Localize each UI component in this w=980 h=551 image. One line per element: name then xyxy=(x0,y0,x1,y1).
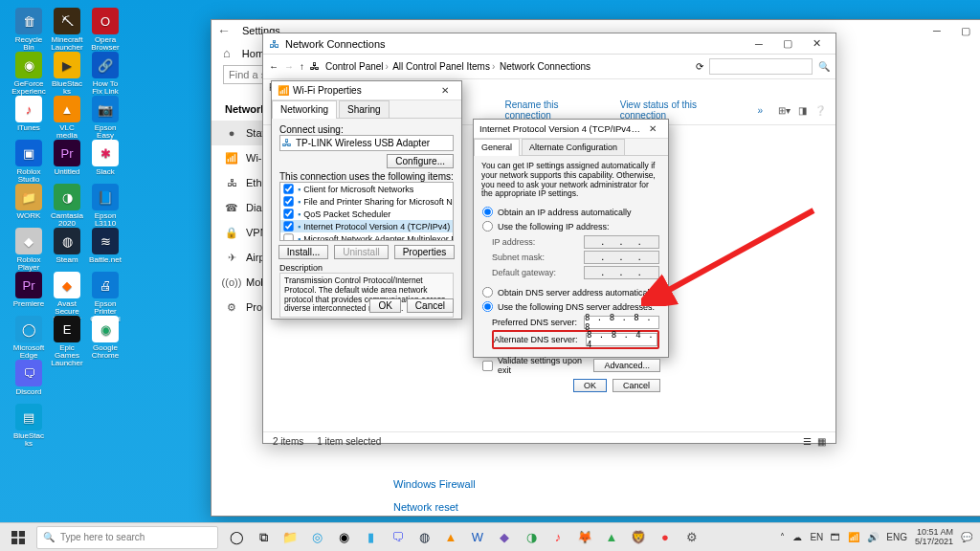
protocol-item[interactable]: ▪QoS Packet Scheduler xyxy=(280,208,453,220)
toolbar-link[interactable]: View status of this connection xyxy=(620,99,743,121)
radio-manual-dns[interactable]: Use the following DNS server addresses: xyxy=(481,299,660,314)
radio-auto-ip[interactable]: Obtain an IP address automatically xyxy=(481,205,660,219)
properties-button[interactable]: Properties xyxy=(394,245,456,259)
camtasia-icon[interactable]: ◑ xyxy=(519,525,544,550)
brave-icon[interactable]: 🦁 xyxy=(626,525,651,550)
desktop-icon[interactable]: ♪iTunes xyxy=(11,96,46,132)
netconn-titlebar[interactable]: 🖧 Network Connections ─ ▢ ✕ xyxy=(263,33,835,55)
task-view-icon[interactable]: ⧉ xyxy=(251,525,276,550)
desktop-icon[interactable]: PrUntitled xyxy=(50,140,84,176)
desktop-icon[interactable]: ▤BlueStacks xyxy=(11,404,46,448)
protocol-item[interactable]: ▪Internet Protocol Version 4 (TCP/IPv4) xyxy=(280,220,453,232)
tray-wifi-icon[interactable]: 📶 xyxy=(848,532,859,542)
back-icon[interactable]: ← xyxy=(217,23,231,38)
protocol-checkbox[interactable] xyxy=(283,196,293,206)
desktop-icon[interactable]: ◆Roblox Player xyxy=(11,228,46,272)
tab-alternate[interactable]: Alternate Configuration xyxy=(522,139,625,156)
toolbar-more[interactable]: » xyxy=(757,105,763,116)
tray-lang2[interactable]: ENG xyxy=(886,532,907,542)
tray-onedrive-icon[interactable]: ☁ xyxy=(792,532,802,542)
desktop-icon[interactable]: ▣Roblox Studio xyxy=(11,140,46,184)
tray-volume-icon[interactable]: 🔊 xyxy=(867,532,879,542)
discord-icon[interactable]: 🗨 xyxy=(385,525,410,550)
desktop-icon[interactable]: PrPremiere xyxy=(11,272,46,308)
close-icon[interactable]: ✕ xyxy=(643,121,662,137)
start-button[interactable] xyxy=(4,525,33,550)
close-icon[interactable]: ✕ xyxy=(803,35,830,53)
vscode-icon[interactable]: ▮ xyxy=(358,525,383,550)
protocol-checkbox[interactable] xyxy=(283,221,293,231)
desktop-icon[interactable]: ◍Steam xyxy=(50,228,84,264)
steam-icon[interactable]: ◍ xyxy=(412,525,436,550)
help-icon[interactable]: ❔ xyxy=(814,105,826,116)
tab-general[interactable]: General xyxy=(474,139,520,156)
taskbar-search[interactable]: 🔍 Type here to search xyxy=(36,526,218,549)
maximize-icon[interactable]: ▢ xyxy=(774,35,801,53)
toolbar-link[interactable]: Rename this connection xyxy=(504,99,604,121)
desktop-icon[interactable]: EEpic Games Launcher xyxy=(50,316,84,367)
minimize-icon[interactable]: ─ xyxy=(746,35,772,53)
taskbar[interactable]: 🔍 Type here to search ◯ ⧉ 📁 ◎ ◉ ▮ 🗨 ◍ ▲ … xyxy=(0,522,980,551)
adapter-field[interactable]: 🖧 TP-LINK Wireless USB Adapter xyxy=(279,135,454,151)
link-windows-firewall[interactable]: Windows Firewall xyxy=(393,473,980,496)
minimize-icon[interactable]: ─ xyxy=(924,22,950,39)
refresh-icon[interactable]: ⟳ xyxy=(696,61,703,72)
protocol-checkbox[interactable] xyxy=(283,233,293,241)
desktop-icon[interactable]: ◑Camtasia 2020 xyxy=(50,184,84,228)
tray-chevron-icon[interactable]: ˄ xyxy=(780,532,785,542)
edge-icon[interactable]: ◎ xyxy=(304,525,329,550)
close-icon[interactable]: ✕ xyxy=(434,83,456,99)
preferred-dns-field[interactable]: 8 . 8 . 8 . 8 xyxy=(584,316,659,329)
desktop-icon[interactable]: OOpera Browser xyxy=(88,8,122,52)
cancel-button[interactable]: Cancel xyxy=(612,379,660,392)
protocol-item[interactable]: ▪Microsoft Network Adapter Multiplexor P… xyxy=(280,232,453,241)
system-tray[interactable]: ˄ ☁ EN 🗔 📶 🔊 ENG 10:51 AM 5/17/2021 💬 xyxy=(780,528,976,547)
cortana-icon[interactable]: ◯ xyxy=(224,525,249,550)
validate-checkbox[interactable]: Validate settings upon exit xyxy=(481,356,593,375)
breadcrumb[interactable]: Control Panel› All Control Panel Items› … xyxy=(325,61,590,72)
ok-button[interactable]: OK xyxy=(369,298,400,313)
nav-up-icon[interactable]: ↑ xyxy=(300,61,304,72)
itunes-icon[interactable]: ♪ xyxy=(546,525,570,550)
alternate-dns-field[interactable]: 8 . 8 . 4 . 4 xyxy=(586,333,657,346)
protocol-checkbox[interactable] xyxy=(283,184,293,193)
tray-clock[interactable]: 10:51 AM 5/17/2021 xyxy=(915,528,953,547)
tab-networking[interactable]: Networking xyxy=(272,100,337,119)
radio-manual-ip[interactable]: Use the following IP address: xyxy=(481,219,660,233)
maximize-icon[interactable]: ▢ xyxy=(952,22,979,39)
protocol-checkbox[interactable] xyxy=(283,209,293,218)
explorer-search-input[interactable] xyxy=(709,58,813,75)
advanced-button[interactable]: Advanced... xyxy=(593,359,660,372)
install-button[interactable]: Install... xyxy=(278,245,328,259)
word-icon[interactable]: W xyxy=(465,525,490,550)
nav-back-icon[interactable]: ← xyxy=(269,61,278,72)
nav-forward-icon[interactable]: → xyxy=(284,61,294,72)
desktop-icon[interactable]: 📁WORK xyxy=(11,184,46,220)
link-network-reset[interactable]: Network reset xyxy=(393,496,980,518)
view-details-icon[interactable]: ☰ xyxy=(803,436,812,447)
gdrive-icon[interactable]: ▲ xyxy=(599,525,624,550)
tab-sharing[interactable]: Sharing xyxy=(339,100,389,119)
firefox-icon[interactable]: 🦊 xyxy=(572,525,597,550)
app-icon[interactable]: ● xyxy=(653,525,678,550)
radio-auto-dns[interactable]: Obtain DNS server address automatically xyxy=(481,285,660,299)
cancel-button[interactable]: Cancel xyxy=(407,298,454,313)
chrome-icon[interactable]: ◉ xyxy=(331,525,356,550)
desktop-icon[interactable]: ⛏Minecraft Launcher xyxy=(50,8,84,52)
explorer-icon[interactable]: 📁 xyxy=(278,525,302,550)
desktop-icon[interactable]: ◯Microsoft Edge xyxy=(11,316,46,360)
desktop-icon[interactable]: ✱Slack xyxy=(88,140,122,176)
ok-button[interactable]: OK xyxy=(573,379,607,392)
settings-open-icon[interactable]: ⚙ xyxy=(679,525,704,550)
tray-notifications-icon[interactable]: 💬 xyxy=(961,532,972,542)
protocol-item[interactable]: ▪File and Printer Sharing for Microsoft … xyxy=(280,195,453,208)
desktop-icon[interactable]: ◉Google Chrome xyxy=(88,316,122,360)
protocol-list[interactable]: ▪Client for Microsoft Networks▪File and … xyxy=(279,182,454,241)
desktop-icon[interactable]: 🗨Discord xyxy=(11,360,46,396)
tray-battery-icon[interactable]: 🗔 xyxy=(831,532,840,542)
home-icon[interactable]: ⌂ xyxy=(223,46,231,60)
search-icon[interactable]: 🔍 xyxy=(818,61,830,72)
desktop-icon[interactable]: 🗑Recycle Bin xyxy=(11,8,46,52)
preview-pane-icon[interactable]: ◨ xyxy=(798,105,807,116)
desktop-icon[interactable]: ≋Battle.net xyxy=(88,228,122,264)
